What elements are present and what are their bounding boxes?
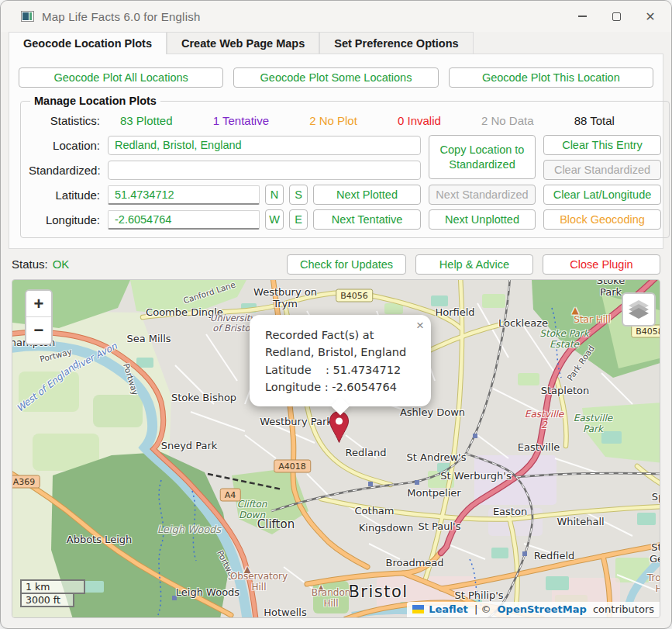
check-for-updates-button[interactable]: Check for Updates <box>287 254 406 275</box>
window-title: Map Life Facts 6.0 for English <box>42 10 200 23</box>
status-label: Status: <box>12 257 48 271</box>
longitude-label: Longitude: <box>29 213 100 226</box>
layers-icon <box>628 300 650 319</box>
attribution-separator: | © <box>471 603 495 615</box>
zoom-control: + − <box>25 289 53 345</box>
latitude-label: Latitude: <box>29 188 100 202</box>
map-container[interactable]: Westbury on TrymCanford LaneCoombe Dingl… <box>12 279 660 618</box>
popup-close-icon[interactable]: × <box>416 319 424 332</box>
longitude-input[interactable] <box>108 210 260 230</box>
ukraine-flag-icon <box>412 605 424 613</box>
location-label: Location: <box>29 139 100 152</box>
close-button[interactable]: ✕ <box>636 5 665 28</box>
next-unplotted-button[interactable]: Next Unplotted <box>429 209 536 230</box>
tab[interactable]: Set Preference Options <box>319 32 473 54</box>
maximize-icon <box>612 12 621 21</box>
title-bar: Map Life Facts 6.0 for English ✕ <box>1 1 671 32</box>
statistics-label: Statistics: <box>29 114 100 127</box>
scale-ft: 3000 ft <box>20 593 74 607</box>
location-form: Location: Copy Location to Standardized … <box>29 135 661 230</box>
statistics-row: Statistics: 83 Plotted1 Tentative2 No Pl… <box>29 109 661 132</box>
statistic-value: 88 Total <box>574 114 615 127</box>
next-tentative-button[interactable]: Next Tentative <box>313 209 421 230</box>
geocode-plot-all-button[interactable]: Geocode Plot All Locations <box>19 67 223 88</box>
help-advice-button[interactable]: Help & Advice <box>415 254 533 275</box>
next-plotted-button[interactable]: Next Plotted <box>313 185 421 205</box>
clear-standardized-button[interactable]: Clear Standardized <box>543 160 661 180</box>
leaflet-link[interactable]: Leaflet <box>429 603 468 615</box>
standardized-input[interactable] <box>108 161 421 180</box>
minimize-button[interactable] <box>567 5 597 28</box>
zoom-in-button[interactable]: + <box>26 291 51 317</box>
map-attribution: Leaflet | © OpenStreetMap contributors <box>407 602 660 617</box>
tab-bar: Geocode Location PlotsCreate Web Page Ma… <box>9 32 671 54</box>
latitude-input[interactable] <box>108 185 260 205</box>
close-icon: ✕ <box>645 9 655 24</box>
status-value: OK <box>53 257 70 271</box>
map-marker-icon[interactable] <box>329 410 350 444</box>
openstreetmap-link[interactable]: OpenStreetMap <box>498 603 587 615</box>
statistics-values: 83 Plotted1 Tentative2 No Plot0 Invalid2… <box>109 114 661 127</box>
popup-line: Longitude : -2.6054764 <box>265 378 415 396</box>
east-button[interactable]: E <box>289 209 308 230</box>
geocode-plot-some-button[interactable]: Geocode Plot Some Locations <box>233 67 438 88</box>
north-button[interactable]: N <box>265 185 284 205</box>
attribution-suffix: contributors <box>590 603 654 615</box>
zoom-out-button[interactable]: − <box>26 317 51 344</box>
geocode-buttons-row: Geocode Plot All Locations Geocode Plot … <box>19 67 653 88</box>
standardized-label: Standardized: <box>29 164 100 177</box>
layers-control[interactable] <box>622 292 656 327</box>
west-button[interactable]: W <box>265 209 284 230</box>
statistic-value: 83 Plotted <box>120 114 173 127</box>
popup-line: Latitude : 51.4734712 <box>265 361 415 378</box>
app-icon <box>21 11 34 22</box>
popup-line: Recorded Fact(s) at <box>265 327 415 344</box>
group-legend: Manage Location Plots <box>30 95 160 107</box>
statistic-value: 0 Invalid <box>398 114 441 127</box>
statistic-value: 2 No Plot <box>309 114 357 127</box>
geocode-plot-this-button[interactable]: Geocode Plot This Location <box>449 67 653 88</box>
block-geocoding-button[interactable]: Block Geocoding <box>543 209 661 230</box>
statistic-value: 2 No Data <box>481 114 534 127</box>
tab[interactable]: Geocode Location Plots <box>9 32 167 54</box>
south-button[interactable]: S <box>289 185 308 205</box>
clear-this-entry-button[interactable]: Clear This Entry <box>543 135 661 155</box>
maximize-button[interactable] <box>601 5 631 28</box>
clear-lat-longitude-button[interactable]: Clear Lat/Longitude <box>543 185 661 205</box>
location-input[interactable] <box>108 136 421 155</box>
scale-control: 1 km 3000 ft <box>20 579 85 607</box>
status-row: Status: OK Check for Updates Help & Advi… <box>1 249 671 279</box>
map-popup: × Recorded Fact(s) at Redland, Bristol, … <box>250 315 431 406</box>
next-standardized-button[interactable]: Next Standardized <box>429 185 536 205</box>
tab[interactable]: Create Web Page Maps <box>167 32 319 54</box>
popup-line: Redland, Bristol, England <box>265 344 415 361</box>
close-plugin-button[interactable]: Close Plugin <box>543 254 660 275</box>
copy-location-button[interactable]: Copy Location to Standardized <box>429 135 536 179</box>
manage-location-plots-group: Manage Location Plots Statistics: 83 Plo… <box>20 95 670 238</box>
geocode-tab-panel: Geocode Plot All Locations Geocode Plot … <box>9 54 663 249</box>
app-window: Map Life Facts 6.0 for English ✕ Geocode… <box>0 0 672 629</box>
statistic-value: 1 Tentative <box>213 114 269 127</box>
minimize-icon <box>578 16 587 17</box>
